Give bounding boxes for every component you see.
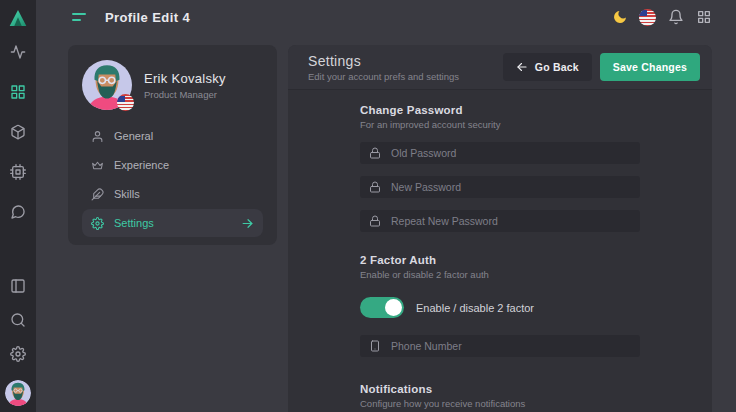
cpu-icon[interactable] bbox=[10, 164, 26, 180]
settings-heading-block: Settings Edit your account prefs and set… bbox=[308, 53, 459, 82]
two-factor-toggle[interactable] bbox=[360, 297, 404, 318]
go-back-button[interactable]: Go Back bbox=[503, 53, 592, 81]
bell-icon[interactable] bbox=[667, 9, 684, 26]
save-changes-label: Save Changes bbox=[613, 61, 687, 73]
app-window: Profile Edit 4 Erik Kovalsky Pro bbox=[0, 0, 736, 412]
phone-number-input[interactable] bbox=[391, 340, 631, 352]
notifications-heading: Notifications bbox=[360, 383, 640, 395]
two-factor-subheading: Enable or disable 2 factor auth bbox=[360, 269, 640, 280]
settings-title: Settings bbox=[308, 53, 459, 69]
profile-head: Erik Kovalsky Product Manager bbox=[82, 60, 263, 110]
crown-icon bbox=[91, 159, 104, 172]
settings-subtitle: Edit your account prefs and settings bbox=[308, 71, 459, 82]
settings-card: Settings Edit your account prefs and set… bbox=[288, 45, 712, 412]
lock-icon bbox=[369, 181, 381, 193]
lock-icon bbox=[369, 215, 381, 227]
old-password-field[interactable] bbox=[360, 142, 640, 164]
search-icon[interactable] bbox=[10, 312, 26, 328]
topbar-actions bbox=[611, 9, 712, 26]
menu-item-skills[interactable]: Skills bbox=[82, 180, 263, 208]
profile-name: Erik Kovalsky bbox=[144, 71, 226, 86]
rail-bottom-group bbox=[5, 278, 31, 406]
menu-item-label: Skills bbox=[114, 188, 140, 200]
gear-icon bbox=[91, 217, 104, 230]
menu-item-label: Experience bbox=[114, 159, 169, 171]
new-password-field[interactable] bbox=[360, 176, 640, 198]
rail-user-avatar[interactable] bbox=[5, 380, 31, 406]
menu-item-general[interactable]: General bbox=[82, 122, 263, 150]
layout-sidebar-icon[interactable] bbox=[10, 278, 26, 294]
menu-item-label: Settings bbox=[114, 217, 154, 229]
settings-form: Change Password For an improved account … bbox=[360, 104, 640, 409]
rail-top-group bbox=[8, 8, 28, 220]
profile-avatar bbox=[82, 60, 132, 110]
content-area: Erik Kovalsky Product Manager General Ex… bbox=[36, 34, 736, 412]
go-back-label: Go Back bbox=[535, 61, 579, 73]
menu-item-label: General bbox=[114, 130, 153, 142]
lock-icon bbox=[369, 147, 381, 159]
main-column: Profile Edit 4 Erik Kovalsky Pro bbox=[36, 0, 736, 412]
phone-icon bbox=[369, 340, 381, 352]
phone-number-field[interactable] bbox=[360, 335, 640, 357]
arrow-left-icon bbox=[516, 61, 528, 73]
app-logo-icon[interactable] bbox=[8, 8, 28, 28]
old-password-input[interactable] bbox=[391, 147, 631, 159]
profile-identity: Erik Kovalsky Product Manager bbox=[144, 71, 226, 100]
profile-card: Erik Kovalsky Product Manager General Ex… bbox=[68, 45, 277, 245]
settings-card-body: Change Password For an improved account … bbox=[288, 90, 712, 412]
arrow-right-icon bbox=[241, 217, 254, 230]
settings-card-header: Settings Edit your account prefs and set… bbox=[288, 45, 712, 90]
page-title: Profile Edit 4 bbox=[105, 10, 190, 25]
profile-role: Product Manager bbox=[144, 89, 226, 100]
rail-nav bbox=[10, 44, 26, 220]
hamburger-menu-icon[interactable] bbox=[72, 12, 87, 22]
user-icon bbox=[91, 130, 104, 143]
repeat-new-password-field[interactable] bbox=[360, 210, 640, 232]
chat-bubble-icon[interactable] bbox=[10, 204, 26, 220]
menu-item-settings[interactable]: Settings bbox=[82, 209, 263, 237]
two-factor-toggle-row: Enable / disable 2 factor bbox=[360, 297, 640, 318]
package-icon[interactable] bbox=[10, 124, 26, 140]
gear-icon[interactable] bbox=[10, 346, 26, 362]
feather-icon bbox=[91, 188, 104, 201]
icon-rail bbox=[0, 0, 36, 412]
profile-menu: General Experience Skills Settings bbox=[82, 122, 263, 237]
notifications-subheading: Configure how you receive notifications bbox=[360, 398, 640, 409]
new-password-input[interactable] bbox=[391, 181, 631, 193]
avatar-us-flag-badge bbox=[117, 94, 134, 111]
grid-dashboard-icon[interactable] bbox=[10, 84, 26, 100]
two-factor-toggle-label: Enable / disable 2 factor bbox=[416, 302, 534, 314]
language-us-flag-icon[interactable] bbox=[639, 9, 656, 26]
change-password-subheading: For an improved account security bbox=[360, 119, 640, 130]
header-actions: Go Back Save Changes bbox=[503, 53, 700, 81]
two-factor-heading: 2 Factor Auth bbox=[360, 254, 640, 266]
topbar: Profile Edit 4 bbox=[36, 0, 736, 34]
activity-icon[interactable] bbox=[10, 44, 26, 60]
apps-grid-icon[interactable] bbox=[695, 9, 712, 26]
repeat-new-password-input[interactable] bbox=[391, 215, 631, 227]
save-changes-button[interactable]: Save Changes bbox=[600, 53, 700, 81]
menu-item-experience[interactable]: Experience bbox=[82, 151, 263, 179]
dark-mode-moon-icon[interactable] bbox=[611, 9, 628, 26]
change-password-heading: Change Password bbox=[360, 104, 640, 116]
